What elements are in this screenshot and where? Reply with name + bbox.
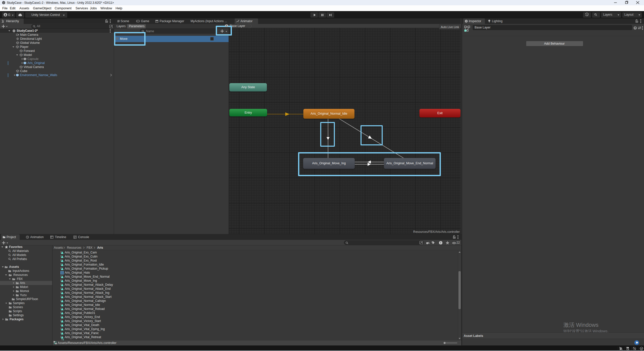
svg-text:?: ? xyxy=(634,27,636,29)
